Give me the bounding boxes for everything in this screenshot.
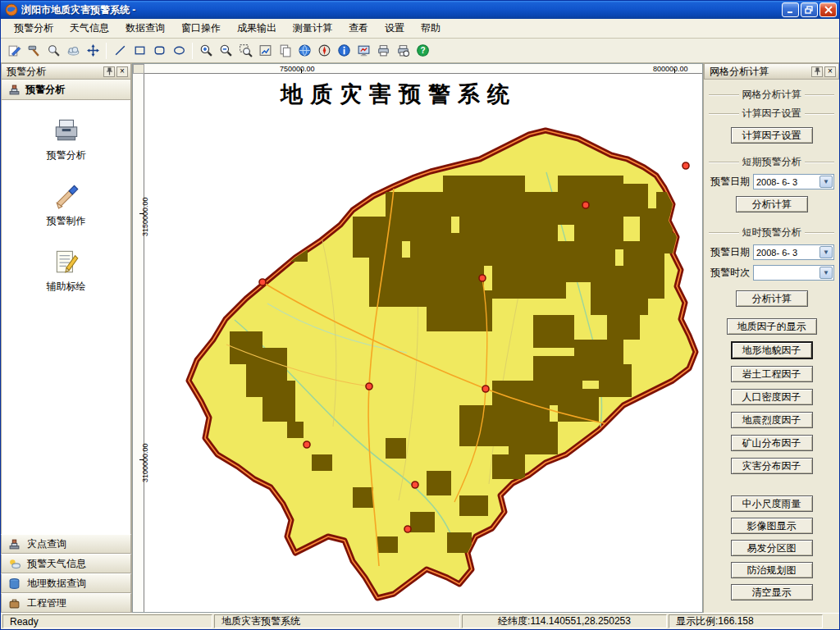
menu-help[interactable]: 帮助 xyxy=(413,19,449,38)
terrain-factor-button[interactable]: 地形地貌因子 xyxy=(731,341,813,359)
chevron-down-icon[interactable]: ▼ xyxy=(819,267,833,279)
warning-time-label: 预警时次 xyxy=(710,266,750,280)
menu-view[interactable]: 查看 xyxy=(340,19,377,38)
print-preview-icon[interactable] xyxy=(393,41,413,61)
menu-warning-analysis[interactable]: 预警分析 xyxy=(6,19,62,38)
imagery-button[interactable]: 影像图显示 xyxy=(731,518,813,534)
hammer-icon[interactable] xyxy=(24,41,43,61)
group-label: 地理数据查询 xyxy=(27,577,86,591)
group-project-manage[interactable]: 工程管理 xyxy=(1,593,131,613)
map-canvas[interactable]: 地质灾害预警系统 xyxy=(144,74,703,613)
short-time-analyze-button[interactable]: 分析计算 xyxy=(736,290,808,307)
short-time-date-combo[interactable]: 2008- 6- 3 ▼ xyxy=(753,244,834,260)
population-factor-button[interactable]: 人口密度因子 xyxy=(731,389,813,405)
toolbar-separator xyxy=(106,43,107,59)
zoom-extent-icon[interactable] xyxy=(255,41,275,61)
right-panel-content: 网格分析计算 计算因子设置 计算因子设置 短期预警分析 预警日期 2008- 6… xyxy=(704,80,839,613)
analysis-icon xyxy=(52,115,81,144)
calc-factor-setting-button[interactable]: 计算因子设置 xyxy=(731,127,813,144)
compass-icon[interactable] xyxy=(314,41,334,61)
item-aux-plot[interactable]: 辅助标绘 xyxy=(17,246,116,294)
map-viewport[interactable]: 750000.00 800000.00 3150000.00 3100000.0… xyxy=(132,63,703,613)
zoom-in-icon[interactable] xyxy=(196,41,216,61)
zoom-out-icon[interactable] xyxy=(216,41,235,61)
menubar: 预警分析 天气信息 数据查询 窗口操作 成果输出 测量计算 查看 设置 帮助 xyxy=(1,19,839,39)
section-grid-analysis: 网格分析计算 xyxy=(709,88,834,102)
section-short-time: 短时预警分析 xyxy=(709,226,834,240)
ruler-label: 800000.00 xyxy=(653,65,688,73)
item-warning-analysis[interactable]: 预警分析 xyxy=(17,115,116,162)
close-button[interactable] xyxy=(819,2,837,17)
group-weather-info[interactable]: 预警天气信息 xyxy=(1,554,131,573)
zoom-window-icon[interactable] xyxy=(235,41,255,61)
restore-button[interactable] xyxy=(801,2,818,17)
menu-output[interactable]: 成果输出 xyxy=(229,19,285,38)
toolbar: ? xyxy=(1,39,839,63)
resize-grip[interactable] xyxy=(824,614,838,628)
rectangle-tool-icon[interactable] xyxy=(130,41,149,61)
left-panel: 预警分析 × 预警分析 预警分析 预警制作 辅助标绘 xyxy=(1,63,132,613)
group-disaster-query[interactable]: 灾点查询 xyxy=(1,534,131,554)
left-panel-title: 预警分析 xyxy=(7,65,102,79)
titlebar[interactable]: 浏阳市地质灾害预警系统 - xyxy=(1,1,839,19)
globe-icon[interactable] xyxy=(294,41,314,61)
roundrect-tool-icon[interactable] xyxy=(149,41,169,61)
map-title: 地质灾害预警系统 xyxy=(280,82,517,107)
pushpin-icon[interactable] xyxy=(103,66,115,77)
left-group-header[interactable]: 预警分析 xyxy=(1,80,131,100)
pan-icon[interactable] xyxy=(83,41,103,61)
minimize-button[interactable] xyxy=(782,2,799,17)
writing-hand-icon xyxy=(52,180,81,210)
disaster-factor-button[interactable]: 灾害分布因子 xyxy=(731,458,813,474)
group-label: 灾点查询 xyxy=(27,537,66,551)
info-icon[interactable] xyxy=(334,41,354,61)
warning-date-label: 预警日期 xyxy=(710,175,750,189)
menu-weather-info[interactable]: 天气信息 xyxy=(62,19,117,38)
prevention-plan-button[interactable]: 防治规划图 xyxy=(731,562,813,578)
cloud-icon[interactable] xyxy=(63,41,83,61)
top-ruler: 750000.00 800000.00 xyxy=(144,64,702,74)
left-panel-groups: 灾点查询 预警天气信息 地理数据查询 工程管理 xyxy=(1,534,131,613)
geotech-factor-button[interactable]: 岩土工程因子 xyxy=(731,366,813,382)
status-coordinates: 经纬度:114.140551,28.250253 xyxy=(462,614,667,628)
clear-display-button[interactable]: 清空显示 xyxy=(731,584,813,600)
item-label: 预警制作 xyxy=(47,214,86,228)
right-panel-title: 网格分析计算 xyxy=(710,65,810,79)
app-window: 浏阳市地质灾害预警系统 - 预警分析 天气信息 数据查询 窗口操作 成果输出 测… xyxy=(0,0,840,630)
item-warning-make[interactable]: 预警制作 xyxy=(17,180,116,228)
factor-button-stack: 地形地貌因子 岩土工程因子 人口密度因子 地震烈度因子 矿山分布因子 灾害分布因… xyxy=(707,341,836,474)
print-icon[interactable] xyxy=(373,41,393,61)
warning-time-combo[interactable]: ▼ xyxy=(753,265,834,281)
copy-icon[interactable] xyxy=(275,41,294,61)
zoom-pointer-icon[interactable] xyxy=(43,41,63,61)
briefcase-icon xyxy=(8,597,21,609)
menu-measure[interactable]: 测量计算 xyxy=(285,19,340,38)
menu-window-ops[interactable]: 窗口操作 xyxy=(173,19,229,38)
geo-factor-display-header[interactable]: 地质因子的显示 xyxy=(727,318,817,335)
help-icon[interactable]: ? xyxy=(413,41,432,61)
left-group-label: 预警分析 xyxy=(25,83,65,97)
chevron-down-icon[interactable]: ▼ xyxy=(819,176,833,188)
monitor-icon[interactable] xyxy=(354,41,373,61)
seismic-factor-button[interactable]: 地震烈度因子 xyxy=(731,412,813,428)
mine-factor-button[interactable]: 矿山分布因子 xyxy=(731,435,813,451)
toolbar-separator xyxy=(192,43,193,59)
menu-data-query[interactable]: 数据查询 xyxy=(117,19,173,38)
extra-button-stack: 中小尺度雨量 影像图显示 易发分区图 防治规划图 清空显示 xyxy=(707,495,836,600)
edit-icon[interactable] xyxy=(4,41,24,61)
svg-text:?: ? xyxy=(420,46,425,55)
pushpin-icon[interactable] xyxy=(811,66,823,77)
rainfall-button[interactable]: 中小尺度雨量 xyxy=(731,495,813,512)
app-icon xyxy=(5,3,18,16)
menu-settings[interactable]: 设置 xyxy=(377,19,413,38)
line-tool-icon[interactable] xyxy=(110,41,130,61)
close-icon[interactable]: × xyxy=(824,66,836,77)
ellipse-tool-icon[interactable] xyxy=(169,41,189,61)
chevron-down-icon[interactable]: ▼ xyxy=(819,246,833,258)
short-term-analyze-button[interactable]: 分析计算 xyxy=(736,196,808,212)
short-term-date-combo[interactable]: 2008- 6- 3 ▼ xyxy=(753,174,834,189)
close-icon[interactable]: × xyxy=(116,66,128,77)
susceptibility-map-button[interactable]: 易发分区图 xyxy=(731,540,813,556)
database-icon xyxy=(8,578,21,590)
group-geo-data-query[interactable]: 地理数据查询 xyxy=(1,573,131,593)
